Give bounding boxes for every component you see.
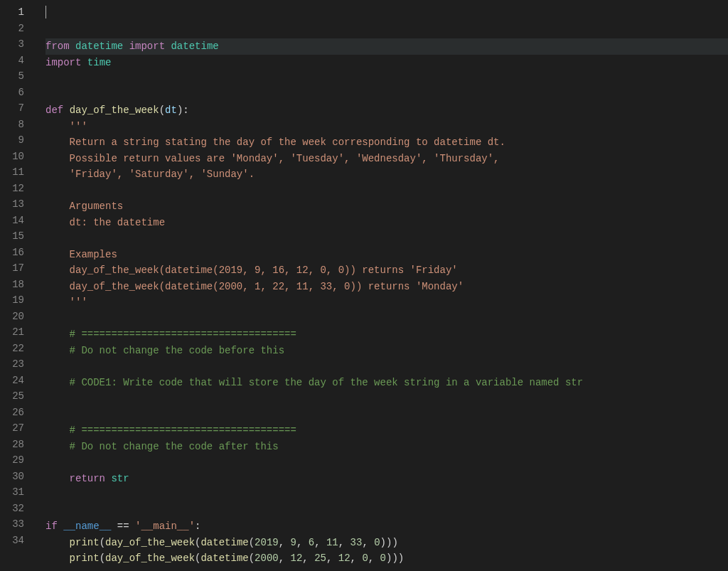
code-line[interactable]: Return a string stating the day of the w… <box>46 134 728 151</box>
code-line[interactable] <box>46 407 728 423</box>
code-token: , <box>350 553 363 564</box>
code-token: 'Friday', 'Saturday', 'Sunday'. <box>70 169 255 180</box>
code-line[interactable]: print(day_of_the_week(datetime(2000, 12,… <box>46 550 728 567</box>
code-line[interactable]: 'Friday', 'Saturday', 'Sunday'. <box>46 166 728 183</box>
code-line[interactable] <box>46 70 728 87</box>
code-token <box>63 105 69 116</box>
code-token: ))) <box>380 537 398 548</box>
code-line[interactable]: def day_of_the_week(dt): <box>46 102 728 119</box>
code-token: return <box>70 473 105 484</box>
line-number: 25 <box>0 388 34 405</box>
code-token: 2000 <box>255 553 279 564</box>
code-token: ''' <box>70 121 87 132</box>
code-token: , <box>368 553 380 564</box>
code-token: dt <box>165 105 177 116</box>
code-line[interactable] <box>46 567 728 572</box>
code-token: day_of_the_week(datetime(2000, 1, 22, 11… <box>70 281 464 292</box>
code-token: , <box>279 553 291 564</box>
line-number: 29 <box>0 452 34 469</box>
code-token <box>111 521 117 532</box>
code-line[interactable]: # CODE1: Write code that will store the … <box>46 375 728 391</box>
code-line[interactable]: return str <box>46 471 728 487</box>
code-line[interactable] <box>46 183 728 199</box>
code-token <box>70 41 75 52</box>
code-token: , <box>338 537 350 548</box>
code-line[interactable] <box>46 454 728 471</box>
code-line[interactable]: import time <box>46 55 728 71</box>
line-number: 33 <box>0 516 34 533</box>
code-line[interactable]: ''' <box>46 294 728 311</box>
line-number: 13 <box>0 196 34 213</box>
line-number: 14 <box>0 213 34 229</box>
code-token: datetime <box>200 537 248 548</box>
code-line[interactable] <box>46 230 728 247</box>
code-token: ( <box>249 553 255 564</box>
line-number: 22 <box>0 341 34 357</box>
code-line[interactable] <box>46 87 728 103</box>
code-token <box>129 521 135 532</box>
code-token: ( <box>100 553 105 564</box>
code-token: ( <box>100 537 105 548</box>
code-token <box>46 265 70 276</box>
code-token: 33 <box>350 537 363 548</box>
code-token: print <box>70 553 100 564</box>
code-token: # ==================================== <box>70 425 296 436</box>
code-token <box>46 169 70 180</box>
code-line[interactable]: Arguments <box>46 198 728 215</box>
line-number: 9 <box>0 132 34 149</box>
line-number: 26 <box>0 405 34 421</box>
code-line[interactable] <box>46 390 728 407</box>
code-token: Examples <box>70 249 117 260</box>
code-token: 25 <box>314 553 326 564</box>
line-number: 27 <box>0 420 34 437</box>
code-token <box>46 537 70 548</box>
line-number: 34 <box>0 533 34 549</box>
code-token: , <box>279 537 291 548</box>
code-token: , <box>314 537 326 548</box>
code-line[interactable]: # Do not change the code after this <box>46 439 728 455</box>
code-token <box>46 217 70 228</box>
code-line[interactable]: # ==================================== <box>46 326 728 343</box>
code-token <box>46 121 70 132</box>
code-token <box>46 153 70 164</box>
code-line[interactable] <box>46 358 728 375</box>
code-token <box>123 41 129 52</box>
code-token <box>46 441 70 452</box>
code-token: day_of_the_week <box>70 105 159 116</box>
code-line[interactable]: day_of_the_week(datetime(2000, 1, 22, 11… <box>46 279 728 295</box>
code-token: : <box>195 521 200 532</box>
code-token: # CODE1: Write code that will store the … <box>70 377 584 388</box>
code-token: __name__ <box>63 521 111 532</box>
code-line[interactable]: ''' <box>46 119 728 135</box>
code-token <box>46 425 70 436</box>
line-number: 1 <box>0 4 34 21</box>
code-token <box>46 329 70 340</box>
code-line[interactable]: Examples <box>46 247 728 263</box>
code-token: 12 <box>338 553 350 564</box>
code-token: 12 <box>291 553 303 564</box>
code-token: 0 <box>374 537 380 548</box>
code-token: , <box>296 537 309 548</box>
code-line[interactable]: from datetime import datetime <box>46 38 728 55</box>
code-token: from <box>46 41 70 52</box>
code-line[interactable]: print(day_of_the_week(datetime(2019, 9, … <box>46 535 728 551</box>
code-token: 11 <box>326 537 338 548</box>
code-line[interactable]: # Do not change the code before this <box>46 343 728 359</box>
line-number: 4 <box>0 53 34 69</box>
code-token: Arguments <box>70 201 124 212</box>
code-line[interactable]: if __name__ == '__main__': <box>46 518 728 535</box>
code-token: day_of_the_week(datetime(2019, 9, 16, 12… <box>70 265 458 276</box>
code-line[interactable]: Possible return values are 'Monday', 'Tu… <box>46 151 728 167</box>
code-line[interactable] <box>46 503 728 519</box>
code-line[interactable] <box>46 486 728 503</box>
code-line[interactable] <box>46 311 728 327</box>
code-token: datetime <box>171 41 218 52</box>
code-area[interactable]: from datetime import datetimeimport time… <box>34 0 728 571</box>
code-token: , <box>326 553 338 564</box>
code-editor[interactable]: 1234567891011121314151617181920212223242… <box>0 0 728 571</box>
code-line[interactable]: day_of_the_week(datetime(2019, 9, 16, 12… <box>46 262 728 279</box>
code-token: 6 <box>309 537 314 548</box>
code-line[interactable]: dt: the datetime <box>46 215 728 231</box>
code-line[interactable]: # ==================================== <box>46 422 728 439</box>
line-number: 8 <box>0 117 34 133</box>
